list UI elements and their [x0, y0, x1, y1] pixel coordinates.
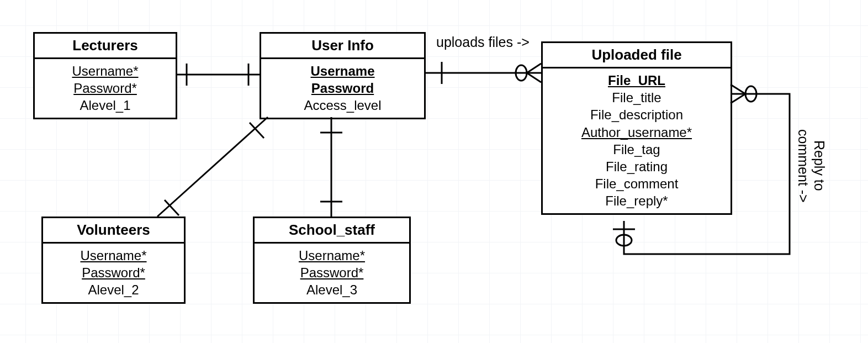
attr: File_title — [548, 89, 725, 106]
attr: File_comment — [548, 175, 725, 192]
svg-point-17 — [616, 235, 632, 246]
svg-line-15 — [731, 85, 745, 94]
attr: Author_username* — [548, 124, 725, 141]
entity-body: Username Password Access_level — [261, 59, 424, 118]
entity-title: School_staff — [255, 218, 409, 244]
label-uploads-files: uploads files -> — [436, 34, 530, 50]
attr: Password* — [260, 264, 404, 281]
svg-line-6 — [157, 117, 268, 217]
svg-line-8 — [250, 123, 264, 138]
entity-userinfo: User Info Username Password Access_level — [260, 32, 426, 119]
entity-body: File_URL File_title File_description Aut… — [543, 68, 731, 213]
attr: File_tag — [548, 141, 725, 158]
entity-lecturers: Lecturers Username* Password* Alevel_1 — [33, 32, 177, 119]
attr: File_rating — [548, 158, 725, 175]
attr: Password* — [49, 264, 178, 281]
entity-title: Lecturers — [35, 34, 176, 59]
entity-volunteers: Volunteers Username* Password* Alevel_2 — [41, 217, 186, 304]
attr: Password* — [40, 80, 170, 97]
er-diagram-canvas: Lecturers Username* Password* Alevel_1 U… — [0, 0, 868, 343]
entity-body: Username* Password* Alevel_2 — [43, 244, 184, 302]
entity-title: User Info — [261, 34, 424, 59]
svg-line-7 — [165, 200, 179, 215]
entity-uploadedfile: Uploaded file File_URL File_title File_d… — [541, 41, 732, 215]
entity-schoolstaff: School_staff Username* Password* Alevel_… — [253, 217, 411, 304]
svg-line-13 — [527, 73, 541, 82]
entity-body: Username* Password* Alevel_3 — [255, 244, 409, 302]
svg-line-16 — [731, 94, 745, 103]
svg-point-14 — [745, 86, 756, 102]
entity-title: Uploaded file — [543, 43, 731, 68]
attr: Alevel_1 — [40, 97, 170, 114]
attr: File_reply* — [548, 192, 725, 209]
svg-line-12 — [527, 64, 541, 73]
attr: Alevel_3 — [260, 281, 404, 298]
attr: Username — [267, 62, 419, 80]
entity-body: Username* Password* Alevel_1 — [35, 59, 176, 118]
attr: Username* — [260, 247, 404, 264]
label-reply-to-comment: Reply to comment -> — [795, 102, 827, 229]
attr: Access_level — [267, 97, 419, 114]
entity-title: Volunteers — [43, 218, 184, 244]
attr: File_description — [548, 106, 725, 123]
attr: Username* — [49, 247, 178, 264]
attr: Password — [267, 80, 419, 97]
svg-point-11 — [516, 65, 527, 81]
attr: Username* — [40, 62, 170, 80]
attr: File_URL — [548, 72, 725, 89]
attr: Alevel_2 — [49, 281, 178, 298]
